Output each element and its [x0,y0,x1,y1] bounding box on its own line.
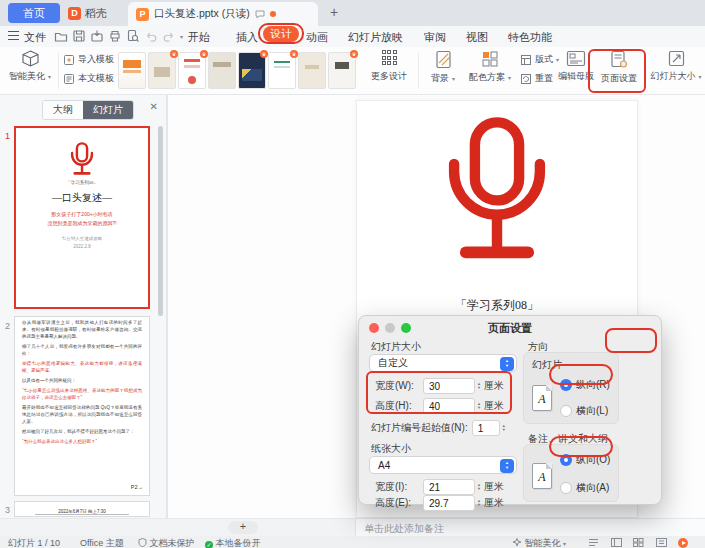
slide2-paragraph: 自从我做军训博主之后，我和其他人打电话的时间多了起来。有时候是我粉丝做调研，有时… [22,320,142,341]
undo-icon[interactable] [144,29,158,43]
theme-name[interactable]: Office 主题 [80,537,124,548]
template-thumbnail[interactable]: ♛ [328,52,356,89]
template-thumbnail[interactable]: ♛ [148,52,176,89]
status-bar: 幻灯片 1 / 10 Office 主题 文档未保护 ✓ 本地备份开 智能美化 … [0,536,705,548]
redo-icon[interactable] [162,29,176,43]
slide-sorter-view-icon[interactable] [611,538,622,547]
height-input[interactable] [423,398,475,414]
background-button[interactable]: 背景▾ [424,50,462,85]
menu-item-view[interactable]: 视图 [466,30,488,45]
layout-icon [520,54,532,66]
template-thumbnail[interactable]: ♛ [268,52,296,89]
paper-height-stepper[interactable]: ▲▼ [477,499,481,508]
portrait-page-icon: A [532,463,552,489]
width-input[interactable] [423,378,475,394]
landscape-a-label: 横向(A) [576,481,609,495]
page-setup-dialog: 页面设置 幻灯片大小 自定义 ▲▼ 宽度(W): ▲▼ 厘米 高度(H): ▲▼… [358,315,662,505]
qat-caret-icon[interactable]: ▾ [180,33,183,40]
microphone-icon [67,142,97,176]
tab-slides[interactable]: 幻灯片 [83,101,133,119]
notes-pane[interactable]: 单击此处添加备注 [355,518,705,536]
slide-number-input[interactable] [472,420,500,436]
portrait-o-radio[interactable] [560,454,572,466]
template-thumbnail[interactable]: ♛ [238,52,266,89]
paper-width-stepper[interactable]: ▲▼ [477,483,481,492]
grid-view-icon[interactable] [633,538,644,547]
print-icon[interactable] [108,29,122,43]
menu-item-insert[interactable]: 插入 [236,30,258,45]
color-scheme-button[interactable]: 配色方案▾ [464,50,516,84]
slide2-page-marker: P2→ [131,484,143,490]
landscape-l-radio[interactable] [560,405,572,417]
menu-item-animation[interactable]: 动画 [306,30,328,45]
slide-number: 1 [5,131,10,141]
reading-view-icon[interactable] [656,538,667,547]
slide-thumbnail-2[interactable]: 自从我做军训博主之后，我和其他人打电话的时间多了起来。有时候是我粉丝做调研，有时… [14,316,150,496]
menu-item-slideshow[interactable]: 幻灯片放映 [348,30,403,45]
slide-size-button[interactable]: 幻灯片大小▾ [650,50,702,83]
slide-number: 3 [5,505,10,515]
width-row: 宽度(W): ▲▼ 厘米 [375,378,504,394]
slide2-paragraph: “七小你是怎么训练出来这种思维、表达能力的呢？我想成为你这样子，说话怎么去做呢？… [22,388,142,402]
paper-size-select[interactable]: A4 ▲▼ [369,456,517,474]
height-stepper[interactable]: ▲▼ [477,402,481,411]
template-thumbnail[interactable] [298,52,326,89]
comment-bubble-icon [255,10,265,19]
crown-badge-icon: ♛ [260,50,268,58]
slide-caption-text[interactable]: 「学习系列08」 [357,297,637,314]
open-icon[interactable] [54,29,68,43]
menu-item-review[interactable]: 审阅 [424,30,446,45]
reset-button[interactable]: 重置 [520,72,553,85]
template-thumbnail[interactable] [208,52,236,89]
edit-master-button[interactable]: 编辑母版 [556,50,596,83]
menu-file[interactable]: 文件 [24,30,46,45]
play-slideshow-icon[interactable] [678,538,688,548]
template-thumbnail[interactable]: ♛ [178,52,206,89]
slide-number-stepper[interactable]: ▲▼ [502,424,506,433]
smart-beautify-button[interactable]: 智能美化▾ [6,50,54,83]
slide-thumbnail-3[interactable]: 2022年6月7日 晚上7:30 [14,501,150,517]
close-panel-icon[interactable]: ✕ [150,101,158,112]
slide1-title: —口头复述— [16,191,148,205]
smart-beautify-status[interactable]: 智能美化 ▾ [512,537,566,548]
save-icon[interactable] [72,29,86,43]
page-setup-button[interactable]: 页面设置 [596,50,642,85]
new-tab-button[interactable]: + [330,4,338,20]
normal-view-icon[interactable] [588,538,599,547]
output-icon[interactable] [90,29,104,43]
protect-status[interactable]: 文档未保护 [138,537,195,548]
menu-item-home[interactable]: 开始 [188,30,210,45]
slide2-paragraph: “为什么我会表达出这么多人想好呢？” [22,439,142,446]
print-preview-icon[interactable] [126,29,140,43]
slide-number-row: 幻灯片编号起始值(N): ▲▼ [371,420,509,436]
backup-status[interactable]: ✓ 本地备份开 [205,537,261,548]
slide-size-select[interactable]: 自定义 ▲▼ [369,354,517,372]
caret-down-icon: ▾ [452,75,455,82]
paper-height-input[interactable] [423,495,475,511]
landscape-l-label: 横向(L) [576,404,608,418]
menu-item-design-active[interactable]: 设计 [263,26,299,42]
hamburger-icon[interactable] [8,31,19,40]
tab-document[interactable]: P 口头复述.pptx (只读) [128,2,318,26]
panel-scrollbar[interactable] [158,126,163,512]
import-template-button[interactable]: 导入模板 [63,53,114,66]
slide2-paragraph: 聊了几十个人后，我发现有许多朋友对我都有一个共同的评价： [22,344,142,358]
template-thumbnail[interactable] [118,52,146,89]
width-stepper[interactable]: ▲▼ [477,382,481,391]
paper-width-label: 宽度(I): [375,480,423,494]
shield-icon [138,538,147,547]
paper-width-input[interactable] [423,479,475,495]
layout-button[interactable]: 版式▾ [520,53,559,66]
tab-outline[interactable]: 大纲 [43,101,83,119]
landscape-a-radio[interactable] [560,482,572,494]
portrait-r-radio[interactable] [560,379,572,391]
doc-template-button[interactable]: 本文模板 [63,72,114,85]
crown-badge-icon: ♛ [200,50,208,58]
slide-thumbnail-1[interactable]: 「学习系列08」 —口头复述— 那女孩子打了200+小时电话 没想到竟是我成为学… [14,126,150,309]
more-designs-button[interactable]: 更多设计 [366,50,412,83]
menu-item-features[interactable]: 特色功能 [508,30,552,45]
notes-placeholder[interactable]: 单击此处添加备注 [364,522,444,536]
add-slide-button[interactable]: + [228,521,258,534]
tab-home[interactable]: 首页 [8,3,60,23]
tab-docer[interactable]: D 稻壳 [68,3,107,23]
